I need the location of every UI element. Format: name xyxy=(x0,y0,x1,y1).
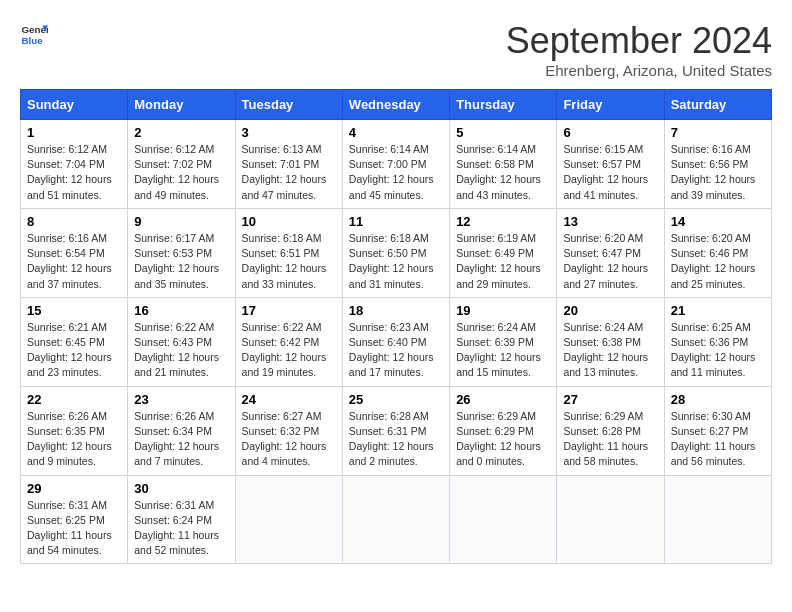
calendar-cell: 11Sunrise: 6:18 AMSunset: 6:50 PMDayligh… xyxy=(342,208,449,297)
calendar-table: SundayMondayTuesdayWednesdayThursdayFrid… xyxy=(20,89,772,564)
header-friday: Friday xyxy=(557,90,664,120)
title-block: September 2024 Ehrenberg, Arizona, Unite… xyxy=(506,20,772,79)
day-number: 17 xyxy=(242,303,336,318)
day-number: 16 xyxy=(134,303,228,318)
day-number: 20 xyxy=(563,303,657,318)
day-info: Sunrise: 6:17 AMSunset: 6:53 PMDaylight:… xyxy=(134,231,228,292)
day-number: 11 xyxy=(349,214,443,229)
day-number: 24 xyxy=(242,392,336,407)
day-info: Sunrise: 6:24 AMSunset: 6:38 PMDaylight:… xyxy=(563,320,657,381)
day-number: 1 xyxy=(27,125,121,140)
day-number: 25 xyxy=(349,392,443,407)
calendar-cell: 22Sunrise: 6:26 AMSunset: 6:35 PMDayligh… xyxy=(21,386,128,475)
day-info: Sunrise: 6:13 AMSunset: 7:01 PMDaylight:… xyxy=(242,142,336,203)
day-info: Sunrise: 6:14 AMSunset: 6:58 PMDaylight:… xyxy=(456,142,550,203)
day-info: Sunrise: 6:26 AMSunset: 6:35 PMDaylight:… xyxy=(27,409,121,470)
calendar-cell: 9Sunrise: 6:17 AMSunset: 6:53 PMDaylight… xyxy=(128,208,235,297)
day-info: Sunrise: 6:30 AMSunset: 6:27 PMDaylight:… xyxy=(671,409,765,470)
header-thursday: Thursday xyxy=(450,90,557,120)
day-number: 15 xyxy=(27,303,121,318)
day-number: 10 xyxy=(242,214,336,229)
day-number: 28 xyxy=(671,392,765,407)
day-info: Sunrise: 6:18 AMSunset: 6:51 PMDaylight:… xyxy=(242,231,336,292)
day-info: Sunrise: 6:24 AMSunset: 6:39 PMDaylight:… xyxy=(456,320,550,381)
calendar-cell xyxy=(342,475,449,564)
calendar-cell: 10Sunrise: 6:18 AMSunset: 6:51 PMDayligh… xyxy=(235,208,342,297)
calendar-cell: 17Sunrise: 6:22 AMSunset: 6:42 PMDayligh… xyxy=(235,297,342,386)
day-number: 7 xyxy=(671,125,765,140)
day-number: 8 xyxy=(27,214,121,229)
header-tuesday: Tuesday xyxy=(235,90,342,120)
week-row-2: 8Sunrise: 6:16 AMSunset: 6:54 PMDaylight… xyxy=(21,208,772,297)
calendar-cell: 28Sunrise: 6:30 AMSunset: 6:27 PMDayligh… xyxy=(664,386,771,475)
day-number: 9 xyxy=(134,214,228,229)
calendar-cell: 26Sunrise: 6:29 AMSunset: 6:29 PMDayligh… xyxy=(450,386,557,475)
calendar-cell: 13Sunrise: 6:20 AMSunset: 6:47 PMDayligh… xyxy=(557,208,664,297)
header-wednesday: Wednesday xyxy=(342,90,449,120)
week-row-1: 1Sunrise: 6:12 AMSunset: 7:04 PMDaylight… xyxy=(21,120,772,209)
day-number: 21 xyxy=(671,303,765,318)
day-info: Sunrise: 6:20 AMSunset: 6:46 PMDaylight:… xyxy=(671,231,765,292)
calendar-cell: 5Sunrise: 6:14 AMSunset: 6:58 PMDaylight… xyxy=(450,120,557,209)
day-number: 18 xyxy=(349,303,443,318)
svg-text:Blue: Blue xyxy=(21,35,43,46)
calendar-cell: 6Sunrise: 6:15 AMSunset: 6:57 PMDaylight… xyxy=(557,120,664,209)
logo-icon: General Blue xyxy=(20,20,48,48)
day-info: Sunrise: 6:25 AMSunset: 6:36 PMDaylight:… xyxy=(671,320,765,381)
calendar-cell: 29Sunrise: 6:31 AMSunset: 6:25 PMDayligh… xyxy=(21,475,128,564)
day-info: Sunrise: 6:31 AMSunset: 6:24 PMDaylight:… xyxy=(134,498,228,559)
calendar-cell: 30Sunrise: 6:31 AMSunset: 6:24 PMDayligh… xyxy=(128,475,235,564)
day-number: 12 xyxy=(456,214,550,229)
calendar-cell: 19Sunrise: 6:24 AMSunset: 6:39 PMDayligh… xyxy=(450,297,557,386)
calendar-cell: 3Sunrise: 6:13 AMSunset: 7:01 PMDaylight… xyxy=(235,120,342,209)
day-info: Sunrise: 6:23 AMSunset: 6:40 PMDaylight:… xyxy=(349,320,443,381)
day-info: Sunrise: 6:31 AMSunset: 6:25 PMDaylight:… xyxy=(27,498,121,559)
week-row-4: 22Sunrise: 6:26 AMSunset: 6:35 PMDayligh… xyxy=(21,386,772,475)
day-number: 6 xyxy=(563,125,657,140)
day-number: 14 xyxy=(671,214,765,229)
day-number: 4 xyxy=(349,125,443,140)
calendar-cell: 1Sunrise: 6:12 AMSunset: 7:04 PMDaylight… xyxy=(21,120,128,209)
day-info: Sunrise: 6:29 AMSunset: 6:28 PMDaylight:… xyxy=(563,409,657,470)
day-info: Sunrise: 6:14 AMSunset: 7:00 PMDaylight:… xyxy=(349,142,443,203)
day-info: Sunrise: 6:29 AMSunset: 6:29 PMDaylight:… xyxy=(456,409,550,470)
header-monday: Monday xyxy=(128,90,235,120)
day-info: Sunrise: 6:21 AMSunset: 6:45 PMDaylight:… xyxy=(27,320,121,381)
day-number: 23 xyxy=(134,392,228,407)
days-header-row: SundayMondayTuesdayWednesdayThursdayFrid… xyxy=(21,90,772,120)
day-number: 2 xyxy=(134,125,228,140)
day-info: Sunrise: 6:22 AMSunset: 6:43 PMDaylight:… xyxy=(134,320,228,381)
calendar-cell xyxy=(557,475,664,564)
calendar-cell: 18Sunrise: 6:23 AMSunset: 6:40 PMDayligh… xyxy=(342,297,449,386)
header-sunday: Sunday xyxy=(21,90,128,120)
logo: General Blue xyxy=(20,20,48,48)
day-info: Sunrise: 6:27 AMSunset: 6:32 PMDaylight:… xyxy=(242,409,336,470)
calendar-cell: 27Sunrise: 6:29 AMSunset: 6:28 PMDayligh… xyxy=(557,386,664,475)
day-info: Sunrise: 6:16 AMSunset: 6:56 PMDaylight:… xyxy=(671,142,765,203)
calendar-cell: 2Sunrise: 6:12 AMSunset: 7:02 PMDaylight… xyxy=(128,120,235,209)
day-info: Sunrise: 6:26 AMSunset: 6:34 PMDaylight:… xyxy=(134,409,228,470)
month-title: September 2024 xyxy=(506,20,772,62)
day-number: 27 xyxy=(563,392,657,407)
calendar-cell xyxy=(450,475,557,564)
calendar-cell: 12Sunrise: 6:19 AMSunset: 6:49 PMDayligh… xyxy=(450,208,557,297)
calendar-cell xyxy=(664,475,771,564)
calendar-cell: 21Sunrise: 6:25 AMSunset: 6:36 PMDayligh… xyxy=(664,297,771,386)
week-row-3: 15Sunrise: 6:21 AMSunset: 6:45 PMDayligh… xyxy=(21,297,772,386)
page-header: General Blue September 2024 Ehrenberg, A… xyxy=(20,20,772,79)
day-number: 19 xyxy=(456,303,550,318)
day-number: 13 xyxy=(563,214,657,229)
day-info: Sunrise: 6:20 AMSunset: 6:47 PMDaylight:… xyxy=(563,231,657,292)
calendar-cell: 16Sunrise: 6:22 AMSunset: 6:43 PMDayligh… xyxy=(128,297,235,386)
calendar-cell: 14Sunrise: 6:20 AMSunset: 6:46 PMDayligh… xyxy=(664,208,771,297)
week-row-5: 29Sunrise: 6:31 AMSunset: 6:25 PMDayligh… xyxy=(21,475,772,564)
day-number: 26 xyxy=(456,392,550,407)
calendar-cell: 24Sunrise: 6:27 AMSunset: 6:32 PMDayligh… xyxy=(235,386,342,475)
day-info: Sunrise: 6:15 AMSunset: 6:57 PMDaylight:… xyxy=(563,142,657,203)
day-number: 22 xyxy=(27,392,121,407)
calendar-cell: 7Sunrise: 6:16 AMSunset: 6:56 PMDaylight… xyxy=(664,120,771,209)
calendar-cell: 15Sunrise: 6:21 AMSunset: 6:45 PMDayligh… xyxy=(21,297,128,386)
calendar-cell: 23Sunrise: 6:26 AMSunset: 6:34 PMDayligh… xyxy=(128,386,235,475)
day-info: Sunrise: 6:12 AMSunset: 7:04 PMDaylight:… xyxy=(27,142,121,203)
location: Ehrenberg, Arizona, United States xyxy=(506,62,772,79)
